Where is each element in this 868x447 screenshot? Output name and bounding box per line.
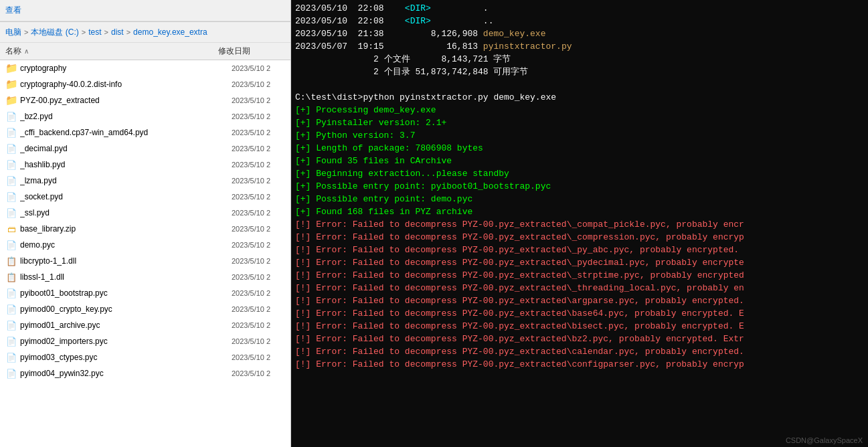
file-date: 2023/5/10 2 bbox=[232, 193, 285, 201]
terminal-line: 2023/05/10 22:08 <DIR> . bbox=[295, 3, 864, 15]
terminal-line: [+] Possible entry point: demo.pyc bbox=[295, 193, 864, 206]
col-name-header[interactable]: 名称 ∧ bbox=[5, 46, 218, 57]
file-date: 2023/5/10 2 bbox=[232, 128, 285, 137]
terminal-line: 2 个目录 51,873,742,848 可用字节 bbox=[295, 66, 864, 79]
breadcrumb-c[interactable]: 本地磁盘 (C:) bbox=[31, 27, 78, 38]
terminal-line: [!] Error: Failed to decompress PYZ-00.p… bbox=[295, 308, 864, 321]
list-item[interactable]: 📋 libssl-1_1.dll 2023/5/10 2 bbox=[0, 269, 290, 285]
breadcrumb-extracted[interactable]: demo_key.exe_extra bbox=[133, 27, 207, 37]
file-date: 2023/5/10 2 bbox=[232, 337, 285, 345]
list-item[interactable]: 📄 _socket.pyd 2023/5/10 2 bbox=[0, 189, 290, 205]
terminal-line: [!] Error: Failed to decompress PYZ-00.p… bbox=[295, 257, 864, 270]
pyc-icon: 📄 bbox=[5, 368, 17, 379]
file-name: _socket.pyd bbox=[20, 192, 232, 201]
list-item[interactable]: 📄 pyimod01_archive.pyc 2023/5/10 2 bbox=[0, 317, 290, 333]
file-name: pyimod04_pywin32.pyc bbox=[20, 369, 232, 378]
file-list[interactable]: 📁 cryptography 2023/5/10 2 📁 cryptograph… bbox=[0, 60, 290, 447]
pyc-icon: 📄 bbox=[5, 352, 17, 363]
terminal-line: [!] Error: Failed to decompress PYZ-00.p… bbox=[295, 244, 864, 257]
terminal-line: 2023/05/07 19:15 16,813 pyinstxtractor.p… bbox=[295, 41, 864, 54]
file-date: 2023/5/10 2 bbox=[232, 369, 285, 377]
terminal-line: [!] Error: Failed to decompress PYZ-00.p… bbox=[295, 270, 864, 282]
list-item[interactable]: 🗃 base_library.zip 2023/5/10 2 bbox=[0, 221, 290, 237]
list-item[interactable]: 📄 _ssl.pyd 2023/5/10 2 bbox=[0, 205, 290, 221]
list-item[interactable]: 📁 PYZ-00.pyz_extracted 2023/5/10 2 bbox=[0, 92, 290, 108]
file-date: 2023/5/10 2 bbox=[232, 241, 285, 249]
terminal-line bbox=[295, 79, 864, 92]
pyc-icon: 📄 bbox=[5, 304, 17, 315]
file-date: 2023/5/10 2 bbox=[232, 273, 285, 281]
breadcrumb-test[interactable]: test bbox=[88, 27, 101, 37]
watermark: CSDN@GalaxySpaceX bbox=[786, 436, 863, 444]
sort-arrow: ∧ bbox=[24, 48, 29, 55]
list-item[interactable]: 📄 _hashlib.pyd 2023/5/10 2 bbox=[0, 157, 290, 173]
terminal-line: [+] Found 168 files in PYZ archive bbox=[295, 206, 864, 219]
file-name: _cffi_backend.cp37-win_amd64.pyd bbox=[20, 128, 232, 137]
file-name: libssl-1_1.dll bbox=[20, 272, 232, 282]
list-item[interactable]: 📄 pyimod03_ctypes.pyc 2023/5/10 2 bbox=[0, 349, 290, 365]
list-item[interactable]: 📄 _lzma.pyd 2023/5/10 2 bbox=[0, 173, 290, 189]
pyc-icon: 📄 bbox=[5, 240, 17, 250]
terminal-line: [!] Error: Failed to decompress PYZ-00.p… bbox=[295, 219, 864, 232]
folder-icon: 📁 bbox=[5, 63, 17, 74]
file-name: _decimal.pyd bbox=[20, 144, 232, 153]
list-item[interactable]: 📁 cryptography 2023/5/10 2 bbox=[0, 60, 290, 76]
list-item[interactable]: 📄 demo.pyc 2023/5/10 2 bbox=[0, 237, 290, 253]
file-name: base_library.zip bbox=[20, 224, 232, 234]
file-date: 2023/5/10 2 bbox=[232, 145, 285, 153]
list-item[interactable]: 📄 _decimal.pyd 2023/5/10 2 bbox=[0, 141, 290, 157]
list-item[interactable]: 📄 pyimod00_crypto_key.pyc 2023/5/10 2 bbox=[0, 301, 290, 317]
file-name: cryptography bbox=[20, 64, 232, 73]
pyc-icon: 📄 bbox=[5, 320, 17, 331]
col-date-header[interactable]: 修改日期 bbox=[218, 46, 285, 57]
terminal-line: [+] Found 35 files in CArchive bbox=[295, 155, 864, 168]
list-item[interactable]: 📄 _cffi_backend.cp37-win_amd64.pyd 2023/… bbox=[0, 124, 290, 141]
terminal-line: [!] Error: Failed to decompress PYZ-00.p… bbox=[295, 333, 864, 346]
sep3: > bbox=[104, 28, 108, 36]
file-name: pyimod03_ctypes.pyc bbox=[20, 353, 232, 362]
file-date: 2023/5/10 2 bbox=[232, 353, 285, 361]
file-name: demo.pyc bbox=[20, 240, 232, 250]
breadcrumb-path[interactable]: 电脑 > 本地磁盘 (C:) > test > dist > demo_key.… bbox=[0, 21, 290, 43]
pyc-icon: 📄 bbox=[5, 336, 17, 347]
file-name: PYZ-00.pyz_extracted bbox=[20, 96, 232, 105]
sep4: > bbox=[126, 28, 131, 36]
terminal-line: [+] Pyinstaller version: 2.1+ bbox=[295, 117, 864, 130]
terminal-line: [!] Error: Failed to decompress PYZ-00.p… bbox=[295, 232, 864, 244]
column-headers: 名称 ∧ 修改日期 bbox=[0, 43, 290, 60]
terminal-line: [+] Python version: 3.7 bbox=[295, 130, 864, 143]
breadcrumb[interactable]: 查看 bbox=[0, 0, 290, 21]
file-date: 2023/5/10 2 bbox=[232, 161, 285, 169]
file-date: 2023/5/10 2 bbox=[232, 305, 285, 313]
file-name: _hashlib.pyd bbox=[20, 160, 232, 169]
file-name: _ssl.pyd bbox=[20, 208, 232, 217]
terminal-line: [+] Possible entry point: pyiboot01_boot… bbox=[295, 181, 864, 193]
dll-icon: 📋 bbox=[5, 272, 17, 282]
terminal-line: [+] Length of package: 7806908 bytes bbox=[295, 143, 864, 155]
file-date: 2023/5/10 2 bbox=[232, 289, 285, 297]
list-item[interactable]: 📄 _bz2.pyd 2023/5/10 2 bbox=[0, 108, 290, 124]
file-name: pyimod02_importers.pyc bbox=[20, 337, 232, 346]
pyd-icon: 📄 bbox=[5, 175, 17, 186]
list-item[interactable]: 📄 pyimod04_pywin32.pyc 2023/5/10 2 bbox=[0, 365, 290, 381]
pyd-icon: 📄 bbox=[5, 127, 17, 138]
breadcrumb-pc[interactable]: 查看 bbox=[5, 5, 21, 16]
dll-icon: 📋 bbox=[5, 256, 17, 266]
terminal-panel[interactable]: 2023/05/10 22:08 <DIR> .2023/05/10 22:08… bbox=[291, 0, 868, 447]
breadcrumb-computer[interactable]: 电脑 bbox=[5, 27, 21, 38]
list-item[interactable]: 📁 cryptography-40.0.2.dist-info 2023/5/1… bbox=[0, 76, 290, 92]
pyd-icon: 📄 bbox=[5, 111, 17, 122]
terminal-line: [!] Error: Failed to decompress PYZ-00.p… bbox=[295, 321, 864, 333]
file-date: 2023/5/10 2 bbox=[232, 112, 285, 120]
terminal-line: [!] Error: Failed to decompress PYZ-00.p… bbox=[295, 295, 864, 308]
list-item[interactable]: 📄 pyimod02_importers.pyc 2023/5/10 2 bbox=[0, 333, 290, 349]
list-item[interactable]: 📄 pyiboot01_bootstrap.pyc 2023/5/10 2 bbox=[0, 285, 290, 301]
folder-icon: 📁 bbox=[5, 95, 17, 106]
list-item[interactable]: 📋 libcrypto-1_1.dll 2023/5/10 2 bbox=[0, 253, 290, 269]
file-date: 2023/5/10 2 bbox=[232, 209, 285, 217]
sep2: > bbox=[82, 28, 86, 36]
file-name: _bz2.pyd bbox=[20, 112, 232, 121]
file-name: pyiboot01_bootstrap.pyc bbox=[20, 288, 232, 298]
terminal-line: [+] Processing demo_key.exe bbox=[295, 104, 864, 117]
breadcrumb-dist[interactable]: dist bbox=[111, 27, 124, 37]
